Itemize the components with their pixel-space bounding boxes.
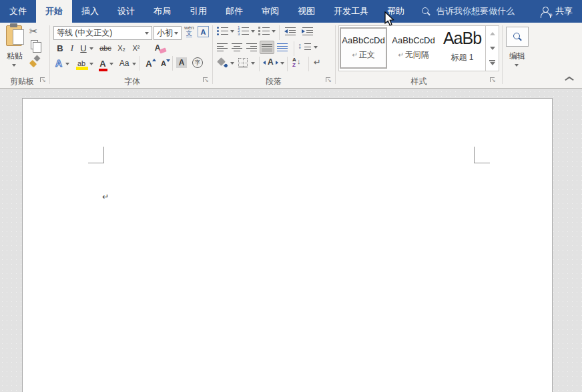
tab-mailings[interactable]: 邮件 xyxy=(216,0,252,23)
enclose-characters-button[interactable]: 字 xyxy=(192,57,203,68)
paste-icon[interactable] xyxy=(6,25,22,46)
italic-button[interactable]: I xyxy=(68,42,76,54)
bullets-dropdown-icon[interactable] xyxy=(230,30,234,33)
tab-home[interactable]: 开始 xyxy=(36,0,72,23)
tab-file[interactable]: 文件 xyxy=(0,0,36,23)
document-area: ↵ xyxy=(0,89,582,392)
paste-button[interactable]: 粘贴 xyxy=(0,51,29,62)
shading-dropdown-icon[interactable] xyxy=(230,62,234,65)
copy-button[interactable] xyxy=(31,40,38,49)
align-right-button[interactable] xyxy=(246,43,257,51)
tab-layout[interactable]: 布局 xyxy=(144,0,180,23)
align-left-icon xyxy=(217,43,228,51)
grow-font-button[interactable]: A xyxy=(143,57,155,69)
underline-button[interactable]: U xyxy=(79,42,88,54)
shading-icon xyxy=(217,58,228,67)
decrease-indent-icon xyxy=(284,27,296,35)
subscript-button[interactable]: X₂ xyxy=(115,42,128,54)
numbering-dropdown-icon[interactable] xyxy=(251,30,255,33)
font-color-button[interactable]: A xyxy=(97,57,108,69)
align-center-icon xyxy=(232,43,242,51)
share-label: 共享 xyxy=(555,5,573,17)
tab-developer[interactable]: 开发工具 xyxy=(324,0,378,23)
numbering-icon: 123 xyxy=(238,27,249,35)
tab-insert[interactable]: 插入 xyxy=(72,0,108,23)
clear-formatting-button[interactable]: A xyxy=(151,42,164,54)
asian-layout-button[interactable]: A xyxy=(264,57,277,67)
font-color-dropdown-icon[interactable] xyxy=(109,63,113,65)
sort-button[interactable]: A Z xyxy=(292,57,303,68)
shrink-font-icon: A xyxy=(161,59,166,67)
find-button[interactable] xyxy=(506,27,529,47)
tab-review[interactable]: 审阅 xyxy=(252,0,288,23)
decrease-indent-button[interactable] xyxy=(284,27,296,35)
bullets-button[interactable] xyxy=(217,27,228,35)
bold-icon: B xyxy=(57,43,63,53)
styles-scroll-up-button[interactable] xyxy=(486,26,499,41)
tab-design[interactable]: 设计 xyxy=(108,0,144,23)
shading-button[interactable] xyxy=(217,58,228,67)
clipboard-dialog-launcher[interactable] xyxy=(40,77,47,85)
strikethrough-button[interactable]: abc xyxy=(97,42,113,54)
styles-more-button[interactable] xyxy=(486,55,499,70)
bold-button[interactable]: B xyxy=(55,42,65,54)
tab-references[interactable]: 引用 xyxy=(180,0,216,23)
document-page[interactable]: ↵ xyxy=(22,98,553,392)
styles-dialog-launcher[interactable] xyxy=(490,77,497,85)
style-heading1[interactable]: AaBb 标题 1 xyxy=(439,27,486,69)
enclose-characters-icon: 字 xyxy=(192,57,203,68)
text-effects-button[interactable]: A xyxy=(53,57,64,69)
highlight-button[interactable]: ab xyxy=(75,57,88,69)
change-case-dropdown-icon[interactable] xyxy=(132,63,136,65)
highlight-dropdown-icon[interactable] xyxy=(89,63,93,65)
multilevel-list-button[interactable] xyxy=(258,27,270,35)
character-shading-button[interactable]: A xyxy=(176,57,187,68)
styles-scroll-down-button[interactable] xyxy=(486,41,499,55)
align-right-icon xyxy=(246,43,257,51)
collapse-ribbon-icon[interactable] xyxy=(565,76,574,81)
styles-more-icon xyxy=(489,60,495,65)
paragraph-dialog-launcher[interactable] xyxy=(326,77,333,85)
multilevel-list-dropdown-icon[interactable] xyxy=(272,30,276,33)
superscript-button[interactable]: X² xyxy=(129,42,143,54)
borders-dropdown-icon[interactable] xyxy=(251,62,255,65)
numbering-button[interactable]: 123 xyxy=(238,27,249,35)
tab-view[interactable]: 视图 xyxy=(288,0,324,23)
asian-layout-dropdown-icon[interactable] xyxy=(280,62,284,65)
style-normal[interactable]: AaBbCcDd ↵正文 xyxy=(340,27,387,69)
increase-indent-button[interactable] xyxy=(302,27,313,35)
show-formatting-marks-button[interactable]: ↵ xyxy=(314,57,321,67)
cut-button[interactable]: ✂ xyxy=(29,25,38,37)
bullets-icon xyxy=(217,27,228,35)
shrink-font-button[interactable]: A xyxy=(158,57,170,69)
character-border-button[interactable]: A xyxy=(198,26,209,37)
font-name-combobox[interactable]: 等线 (中文正文) xyxy=(53,26,152,40)
underline-dropdown-icon[interactable] xyxy=(89,47,93,50)
edit-dropdown-icon[interactable] xyxy=(515,64,519,67)
font-size-value: 小初 xyxy=(157,27,173,39)
style-no-spacing[interactable]: AaBbCcDd ↵无间隔 xyxy=(390,27,437,69)
format-painter-button[interactable] xyxy=(29,56,40,67)
line-spacing-dropdown-icon[interactable] xyxy=(314,46,318,49)
tell-me-search[interactable]: 告诉我你想要做什么 xyxy=(422,0,515,23)
share-button[interactable]: + 共享 xyxy=(531,0,582,23)
borders-button[interactable] xyxy=(238,58,248,67)
font-dialog-launcher[interactable] xyxy=(203,77,210,85)
scroll-down-icon xyxy=(490,47,495,50)
asian-layout-icon: A xyxy=(264,57,277,67)
align-center-button[interactable] xyxy=(232,43,242,51)
paragraph-group-label: 段落 xyxy=(215,76,332,87)
change-case-button[interactable]: Aa xyxy=(117,57,131,69)
paste-dropdown-icon[interactable] xyxy=(12,64,16,67)
justify-button[interactable] xyxy=(260,41,274,54)
tab-help[interactable]: 帮助 xyxy=(378,0,414,23)
text-effects-dropdown-icon[interactable] xyxy=(65,63,69,65)
align-left-button[interactable] xyxy=(217,43,228,51)
margin-corner-mark-left xyxy=(88,147,104,163)
edit-group-button[interactable]: 编辑 xyxy=(502,51,533,62)
clipboard-group-label: 剪贴板 xyxy=(1,76,43,87)
font-size-combobox[interactable]: 小初 xyxy=(154,26,182,40)
line-spacing-button[interactable] xyxy=(298,42,311,51)
phonetic-guide-button[interactable]: wén 文 xyxy=(184,25,194,37)
distribute-button[interactable] xyxy=(277,43,288,51)
